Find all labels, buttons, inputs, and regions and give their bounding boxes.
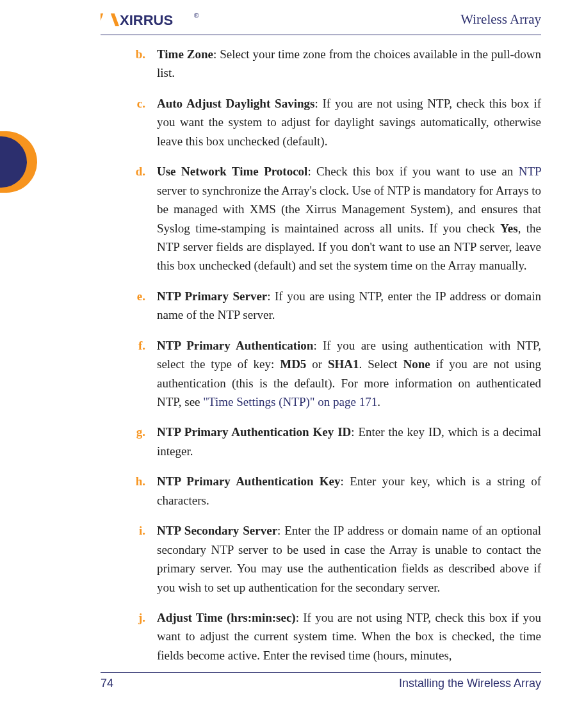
time-settings-link[interactable]: "Time Settings (NTP)" on page 171 (203, 395, 377, 408)
item-marker: d. (101, 162, 157, 275)
svg-rect-0 (101, 13, 103, 26)
item-body: Auto Adjust Daylight Savings: If you are… (157, 94, 541, 150)
page-number: 74 (101, 677, 113, 690)
svg-text:XIRRUS: XIRRUS (120, 12, 173, 28)
list-item-g: g. NTP Primary Authentication Key ID: En… (101, 423, 541, 460)
item-body: NTP Secondary Server: Enter the IP addre… (157, 521, 541, 597)
ntp-link[interactable]: NTP (519, 165, 541, 178)
item-body: NTP Primary Authentication Key: Enter yo… (157, 472, 541, 510)
list-item-c: c. Auto Adjust Daylight Savings: If you … (101, 94, 541, 150)
item-body: Adjust Time (hrs:min:sec): If you are no… (157, 608, 541, 665)
item-marker: g. (101, 423, 157, 460)
item-body: Time Zone: Select your time zone from th… (157, 45, 541, 83)
item-body: Use Network Time Protocol: Check this bo… (157, 162, 541, 275)
list-item-f: f. NTP Primary Authentication: If you ar… (101, 336, 541, 412)
chapter-title: Installing the Wireless Array (399, 677, 541, 690)
item-marker: h. (101, 472, 157, 510)
svg-rect-1 (111, 13, 119, 26)
item-body: NTP Primary Authentication Key ID: Enter… (157, 423, 541, 460)
item-marker: f. (101, 336, 157, 412)
xirrus-logo: XIRRUS ® (101, 10, 203, 29)
item-marker: j. (101, 608, 157, 665)
list-item-j: j. Adjust Time (hrs:min:sec): If you are… (101, 608, 541, 665)
list-item-d: d. Use Network Time Protocol: Check this… (101, 162, 541, 275)
page-footer: 74 Installing the Wireless Array (101, 672, 541, 696)
content-body: b. Time Zone: Select your time zone from… (101, 45, 541, 676)
list-item-h: h. NTP Primary Authentication Key: Enter… (101, 472, 541, 510)
item-marker: e. (101, 287, 157, 325)
side-tab-decoration (0, 131, 37, 193)
item-body: NTP Primary Server: If you are using NTP… (157, 287, 541, 325)
list-item-i: i. NTP Secondary Server: Enter the IP ad… (101, 521, 541, 597)
header-doc-title: Wireless Array (460, 12, 541, 28)
item-marker: b. (101, 45, 157, 83)
item-marker: c. (101, 94, 157, 150)
list-item-e: e. NTP Primary Server: If you are using … (101, 287, 541, 325)
list-item-b: b. Time Zone: Select your time zone from… (101, 45, 541, 83)
item-body: NTP Primary Authentication: If you are u… (157, 336, 541, 412)
svg-text:®: ® (194, 12, 199, 19)
page-header: XIRRUS ® Wireless Array (101, 10, 541, 35)
item-marker: i. (101, 521, 157, 597)
